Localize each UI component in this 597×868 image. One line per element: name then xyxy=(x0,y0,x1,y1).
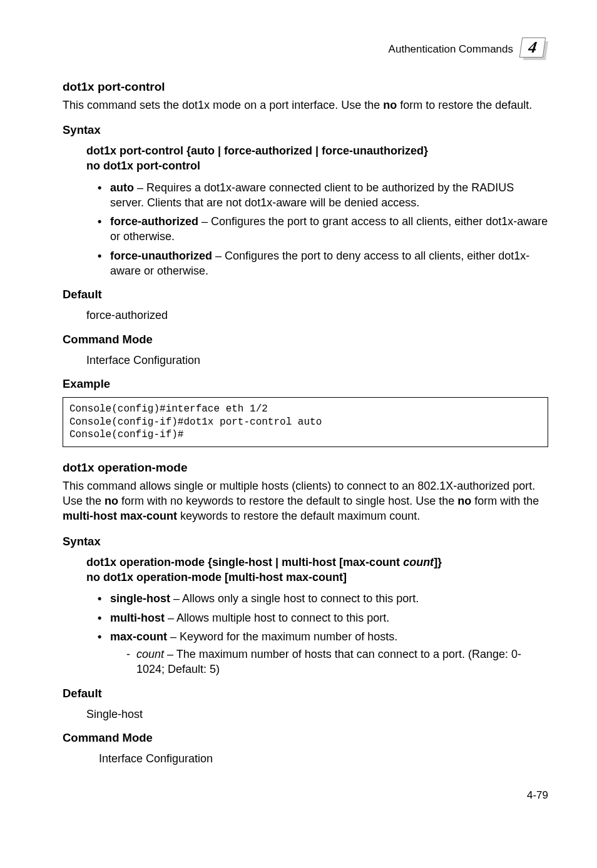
param-count: count xyxy=(136,648,164,660)
param-count: count xyxy=(403,556,434,568)
command-mode-heading: Command Mode xyxy=(63,332,548,348)
syntax-line: dot1x port-control {auto | force-authori… xyxy=(86,143,548,158)
example-heading: Example xyxy=(63,376,548,392)
option-multi-host: multi-host xyxy=(110,612,165,624)
command-mode-heading: Command Mode xyxy=(63,730,548,746)
keyword-no: no xyxy=(383,99,397,111)
list-item: force-unauthorized – Configures the port… xyxy=(98,248,548,279)
text: form with no keywords to restore the def… xyxy=(118,495,457,507)
text: keywords to restore the default maximum … xyxy=(177,510,420,522)
keyword-multi-host-max-count: multi-host max-count xyxy=(63,510,177,522)
default-heading: Default xyxy=(63,686,548,702)
option-force-unauthorized: force-unauthorized xyxy=(110,250,212,262)
syntax-line: no dot1x operation-mode [multi-host max-… xyxy=(86,570,548,585)
default-heading: Default xyxy=(63,287,548,303)
page-number: 4-79 xyxy=(63,789,548,803)
default-value: force-authorized xyxy=(86,308,548,323)
list-item: count – The maximum number of hosts that… xyxy=(126,647,548,677)
text: dot1x port-control xyxy=(86,144,183,157)
syntax-heading: Syntax xyxy=(63,123,548,138)
command-title-dot1x-port-control: dot1x port-control xyxy=(63,79,548,95)
chapter-number-icon: 4 xyxy=(521,38,548,61)
command-description: This command allows single or multiple h… xyxy=(63,478,548,524)
keyword-no: no xyxy=(457,495,471,507)
list-item: auto – Requires a dot1x-aware connected … xyxy=(98,180,548,211)
syntax-block: dot1x port-control {auto | force-authori… xyxy=(86,143,548,174)
sub-option-list: count – The maximum number of hosts that… xyxy=(126,647,548,677)
text: – Keyword for the maximum number of host… xyxy=(167,630,397,643)
option-list: single-host – Allows only a single host … xyxy=(98,591,548,677)
keyword-no: no xyxy=(105,495,118,507)
syntax-block: dot1x operation-mode {single-host | mult… xyxy=(86,555,548,585)
text: single-host xyxy=(212,556,272,568)
header-title: Authentication Commands xyxy=(389,43,513,57)
syntax-heading: Syntax xyxy=(63,534,548,550)
option-list: auto – Requires a dot1x-aware connected … xyxy=(98,180,548,279)
page-header: Authentication Commands 4 xyxy=(63,38,548,61)
list-item: max-count – Keyword for the maximum numb… xyxy=(98,629,548,677)
text: multi-host max-count xyxy=(228,571,343,583)
example-code-block: Console(config)#interface eth 1/2 Consol… xyxy=(63,397,548,447)
syntax-line: no dot1x port-control xyxy=(86,158,548,173)
text: – The maximum number of hosts that can c… xyxy=(136,648,521,675)
text: – Allows only a single host to connect t… xyxy=(170,592,419,605)
chapter-number: 4 xyxy=(519,38,546,58)
option-auto: auto xyxy=(110,181,134,194)
text: max-count xyxy=(343,556,400,568)
text: auto | force-authorized | force-unauthor… xyxy=(191,144,424,157)
list-item: multi-host – Allows multiple host to con… xyxy=(98,610,548,625)
list-item: single-host – Allows only a single host … xyxy=(98,591,548,606)
text: – Allows multiple host to connect to thi… xyxy=(165,612,389,624)
syntax-line: dot1x operation-mode {single-host | mult… xyxy=(86,555,548,570)
text: dot1x operation-mode xyxy=(86,556,205,568)
option-single-host: single-host xyxy=(110,592,170,605)
text: form with the xyxy=(471,495,539,507)
text: multi-host xyxy=(282,556,336,568)
command-title-dot1x-operation-mode: dot1x operation-mode xyxy=(63,460,548,476)
text: no dot1x operation-mode xyxy=(86,571,222,583)
text: form to restore the default. xyxy=(397,99,532,111)
option-max-count: max-count xyxy=(110,630,167,643)
list-item: force-authorized – Configures the port t… xyxy=(98,214,548,245)
default-value: Single-host xyxy=(86,707,548,722)
command-mode-value: Interface Configuration xyxy=(99,751,548,766)
text: This command sets the dot1x mode on a po… xyxy=(63,99,383,111)
command-mode-value: Interface Configuration xyxy=(86,353,548,368)
text: – Requires a dot1x-aware connected clien… xyxy=(110,181,514,209)
option-force-authorized: force-authorized xyxy=(110,215,198,228)
command-description: This command sets the dot1x mode on a po… xyxy=(63,98,548,113)
